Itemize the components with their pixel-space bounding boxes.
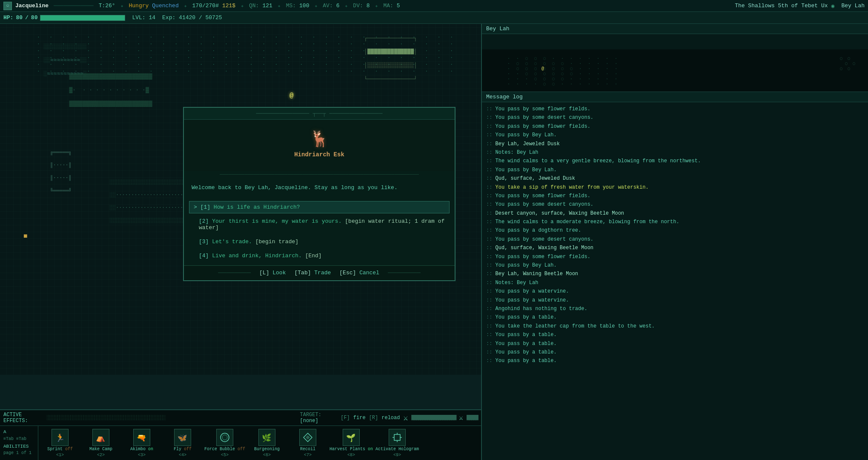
- fly-key: <4>: [179, 453, 186, 457]
- burgeoning-key: <6>: [263, 453, 271, 457]
- qn-label: QN:: [249, 3, 259, 9]
- qn-value: 121: [262, 3, 272, 9]
- activate-hologram-key: <9>: [393, 453, 401, 457]
- separator4: ✦: [241, 3, 244, 9]
- svg-text:🏃: 🏃: [55, 433, 65, 443]
- activate-hologram-name: Activate Hologram: [375, 447, 419, 451]
- abilities-label: A ≡Tab ≡Tab ABILITIES page 1 of 1: [0, 426, 38, 460]
- bey-lah-label: Bey Lah: [841, 3, 865, 9]
- sprint-status: off: [65, 447, 73, 451]
- msg-22: :: You pass by a watervine.: [486, 287, 864, 296]
- target-section: TARGET: [none]: [300, 412, 334, 424]
- msg-6: :: Notes: Bey Lah: [486, 148, 864, 157]
- fire-section: [F] fire [R] reload ⚔ ██████████████████…: [341, 413, 478, 423]
- ability-slots: 🏃 Sprint off <1> ⛺: [38, 426, 481, 460]
- msg-24: :: Angohind has nothing to trade.: [486, 305, 864, 313]
- top-bar: ☺ Jacqueline ──────────── T:26° ✦ Hungry…: [0, 0, 868, 12]
- abilities-page: page 1 of 1: [3, 450, 34, 456]
- ms-label: MS:: [286, 3, 296, 9]
- ability-force-bubble[interactable]: Force Bubble off <5>: [204, 429, 245, 457]
- dialog-option-2[interactable]: [2] Your thirst is mine, my water is you…: [189, 215, 450, 234]
- abilities-title: A: [3, 428, 34, 436]
- ability-burgeoning[interactable]: 🌿 Burgeoning <6>: [248, 429, 286, 457]
- bottom-status-bar: ACTIVE EFFECTS: ░░░░░░░░░░░░░░░░░░░░░░░░…: [0, 410, 481, 426]
- ammo-full: ████████████████████: [411, 415, 455, 421]
- minimap-tiles: · · ◌ ◌ ◌ · · · · · · · · · ◌ ◌ ◌ ◌ ◌ ◌ …: [482, 49, 868, 92]
- abilities-word: ABILITIES: [3, 443, 34, 450]
- ability-recoil[interactable]: Recoil <7>: [289, 429, 327, 457]
- ability-make-camp[interactable]: ⛺ Make Camp <2>: [82, 429, 120, 457]
- separator3: ✦: [184, 3, 187, 9]
- make-camp-key: <2>: [97, 453, 105, 457]
- msg-20: :: Bey Lah, Waning Beetle Moon: [486, 270, 864, 278]
- ability-fly[interactable]: 🦋 Fly off <4>: [163, 429, 202, 457]
- akimbo-name: Akimbo: [130, 447, 148, 451]
- recoil-name: Recoil: [300, 447, 315, 451]
- msg-3: :: You pass by some flower fields.: [486, 122, 864, 131]
- npc-sprite: 🦌: [310, 132, 329, 148]
- svg-rect-8: [394, 434, 400, 440]
- ability-akimbo[interactable]: 🔫 Akimbo on <3>: [123, 429, 161, 457]
- harvest-plants-name: Harvest Plants: [329, 447, 368, 451]
- force-bubble-icon: [216, 429, 233, 446]
- lvl-text: LVL: 14: [132, 14, 155, 21]
- minimap-player: @: [541, 66, 544, 71]
- msg-18: :: You pass by some flower fields.: [486, 253, 864, 261]
- exp-current: 41420: [179, 14, 195, 21]
- msg-11: :: You pass by some flower fields.: [486, 192, 864, 200]
- msg-28: :: You pass by a table.: [486, 339, 864, 348]
- av-value: 6: [336, 3, 340, 9]
- ability-activate-hologram[interactable]: Activate Hologram <9>: [375, 429, 419, 457]
- sep8: ✦: [375, 3, 378, 9]
- ability-harvest-plants[interactable]: 🌱 Harvest Plants on <8>: [329, 429, 373, 457]
- force-bubble-name: Force Bubble: [204, 447, 238, 451]
- sep5: ✦: [278, 3, 281, 9]
- hp-label: HP:: [3, 14, 13, 21]
- ammo-icon2: ⚔: [459, 414, 463, 422]
- hp-slash: /: [25, 14, 29, 21]
- msg-30: :: You pass by a table.: [486, 356, 864, 365]
- harvest-plants-status: on: [368, 447, 373, 451]
- dialog-trade-btn[interactable]: [Tab] Trade: [294, 270, 331, 276]
- right-panel-title: Bey Lah: [482, 24, 868, 34]
- right-panel: Bey Lah ≡ 🔒 ▲ 📷 🔍 ⏱ 👤 ★ ⚔ ↗ ↙ · · ◌ ◌ ◌ …: [481, 24, 868, 460]
- header-line-left: ────────────────: [256, 110, 309, 117]
- force-bubble-key: <5>: [221, 453, 229, 457]
- exp-max: 50725: [206, 14, 222, 21]
- msg-9: :: Qud, surface, Jeweled Dusk: [486, 174, 864, 183]
- ammo-empty: █████: [467, 415, 478, 421]
- msg-15: :: You pass by a dogthorn tree.: [486, 226, 864, 235]
- svg-text:🌿: 🌿: [262, 433, 272, 443]
- fly-name: Fly: [174, 447, 184, 451]
- ammo-icon: ⚔: [403, 413, 408, 423]
- npc-name: Hindriarch Esk: [294, 151, 344, 158]
- money-value: 121$: [222, 3, 235, 9]
- footer-line-left: ────────: [218, 269, 251, 277]
- force-bubble-status: off: [238, 447, 245, 451]
- dialog-option-1[interactable]: > [1] How is life as Hindriarch?: [189, 201, 450, 213]
- game-viewport: · · · · · · · · · · · · · · · · · · · · …: [0, 24, 481, 460]
- dialog-option-3[interactable]: [3] Let's trade. [begin trade]: [189, 236, 450, 248]
- liquid-value: 170/270#: [192, 3, 219, 9]
- sep7: ✦: [345, 3, 348, 9]
- npc-sprite-area: 🦌 Hindriarch Esk: [184, 120, 455, 171]
- active-effects-label: ACTIVE EFFECTS:: [3, 412, 40, 424]
- dialog-option-4[interactable]: [4] Live and drink, Hindriarch. [End]: [189, 250, 450, 262]
- message-log-header: Message log: [482, 92, 868, 102]
- dv-value: 8: [367, 3, 370, 9]
- dialog-options: > [1] How is life as Hindriarch? [2] You…: [184, 198, 455, 265]
- dialog-cancel-btn[interactable]: [Esc] Cancel: [339, 270, 379, 276]
- dialog-header-line: ──────────────── ┬──┬ ────────────────: [189, 110, 450, 117]
- dialog-look-btn[interactable]: [L] Look: [259, 270, 286, 276]
- hp-max: 80: [31, 14, 38, 21]
- msg-7: :: The wind calms to a very gentle breez…: [486, 157, 864, 165]
- minimap: · · ◌ ◌ ◌ · · · · · · · · · ◌ ◌ ◌ ◌ ◌ ◌ …: [482, 49, 868, 92]
- status-hungry: Hungry: [129, 3, 149, 9]
- message-log: :: You pass by some flower fields. :: Yo…: [482, 102, 868, 460]
- location: The Shallows 5th of Tebet Ux: [735, 3, 828, 9]
- minimap-symbols: ◌ ◌ ◌ ◌◌ ◌: [840, 56, 855, 71]
- ability-sprint[interactable]: 🏃 Sprint off <1>: [41, 429, 79, 457]
- hp-current: 80: [16, 14, 23, 21]
- harvest-plants-icon: 🌱: [343, 429, 360, 446]
- fly-status: off: [184, 447, 192, 451]
